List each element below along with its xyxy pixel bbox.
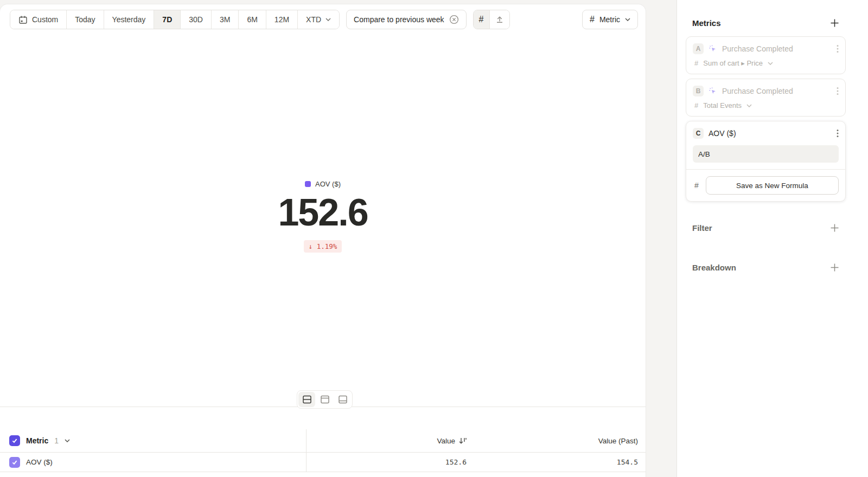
calendar-icon bbox=[18, 15, 28, 24]
legend-swatch bbox=[305, 181, 311, 187]
results-table: Metric 1 Value Value (Past) bbox=[0, 429, 646, 472]
date-range-label: 12M bbox=[275, 15, 289, 24]
metric-aggregation-row[interactable]: # Sum of cart ▸ Price bbox=[693, 59, 839, 67]
arrow-up-from-line-icon bbox=[495, 15, 504, 24]
cumulative-toggle[interactable] bbox=[489, 10, 509, 29]
view-switcher bbox=[297, 390, 353, 409]
breakdown-section-header: Breakdown bbox=[686, 263, 846, 272]
metric-aggregation-row[interactable]: # Total Events bbox=[693, 101, 839, 109]
select-all-checkbox[interactable] bbox=[9, 435, 20, 446]
metric-badge: A bbox=[693, 43, 704, 54]
metric-value: 152.6 bbox=[0, 194, 646, 231]
metric-event-name: AOV ($) bbox=[709, 129, 736, 138]
kebab-menu-icon[interactable] bbox=[837, 44, 839, 53]
table-only-view-icon bbox=[337, 395, 348, 404]
table-row: AOV ($) 152.6 154.5 bbox=[0, 453, 646, 472]
date-range-label: 6M bbox=[247, 15, 257, 24]
date-range-30d[interactable]: 30D bbox=[180, 10, 211, 29]
event-sparkle-icon bbox=[709, 44, 717, 53]
row-metric-name: AOV ($) bbox=[26, 458, 53, 466]
metric-count: 1 bbox=[54, 436, 59, 445]
chart-only-view-button[interactable] bbox=[316, 392, 333, 407]
date-range-6m[interactable]: 6M bbox=[238, 10, 265, 29]
date-range-custom[interactable]: Custom bbox=[10, 10, 66, 29]
chevron-down-icon bbox=[768, 62, 773, 65]
hash-icon: # bbox=[479, 15, 484, 24]
big-number-chart: AOV ($) 152.6 ↓ 1.19% bbox=[0, 180, 646, 253]
metric-header-cell: Metric 1 bbox=[0, 429, 307, 452]
metrics-section-header: Metrics bbox=[686, 18, 846, 28]
chevron-down-icon bbox=[746, 104, 752, 107]
delta-badge: ↓ 1.19% bbox=[304, 240, 342, 253]
query-builder-sidebar: Metrics A Purchase Completed # Sum of ca… bbox=[676, 0, 868, 477]
date-range-label: Custom bbox=[32, 15, 58, 24]
date-range-xtd[interactable]: XTD bbox=[297, 10, 339, 29]
aggregation-label: Total Events bbox=[703, 101, 742, 109]
chevron-down-icon bbox=[326, 18, 331, 21]
chart-legend: AOV ($) bbox=[0, 180, 646, 188]
save-as-new-formula-button[interactable]: Save as New Formula bbox=[706, 176, 839, 195]
chevron-down-icon bbox=[625, 18, 630, 21]
metric-event-name: Purchase Completed bbox=[722, 44, 793, 53]
chart-only-view-icon bbox=[320, 395, 330, 404]
add-breakdown-button[interactable] bbox=[830, 263, 839, 272]
date-range-yesterday[interactable]: Yesterday bbox=[104, 10, 154, 29]
row-checkbox[interactable] bbox=[9, 457, 20, 468]
metric-event-name: Purchase Completed bbox=[722, 87, 793, 95]
date-range-label: 3M bbox=[220, 15, 230, 24]
value-cell: 152.6 bbox=[307, 453, 467, 472]
filter-title: Filter bbox=[692, 223, 712, 233]
split-view-icon bbox=[302, 395, 312, 404]
date-range-label: Yesterday bbox=[112, 15, 146, 24]
value-header-cell[interactable]: Value bbox=[307, 429, 467, 452]
card-divider bbox=[686, 169, 845, 170]
compare-pill[interactable]: Compare to previous week bbox=[346, 10, 467, 29]
metric-badge: B bbox=[693, 86, 704, 96]
table-only-view-button[interactable] bbox=[334, 392, 351, 407]
value-header-label: Value bbox=[437, 437, 455, 445]
value-past-header-cell[interactable]: Value (Past) bbox=[467, 429, 646, 452]
number-type-icon: # bbox=[694, 101, 698, 109]
sort-descending-icon[interactable] bbox=[458, 437, 467, 444]
formula-input[interactable] bbox=[693, 145, 839, 163]
metric-card-a[interactable]: A Purchase Completed # Sum of cart ▸ Pri… bbox=[686, 36, 846, 74]
x-circle-icon[interactable] bbox=[449, 15, 459, 24]
breakdown-title: Breakdown bbox=[692, 263, 736, 272]
date-range-label: 30D bbox=[189, 15, 203, 24]
add-filter-button[interactable] bbox=[830, 223, 839, 233]
date-range-today[interactable]: Today bbox=[66, 10, 103, 29]
value-past-header-label: Value (Past) bbox=[598, 437, 638, 445]
legend-label: AOV ($) bbox=[315, 180, 341, 188]
absolute-numbers-toggle[interactable]: # bbox=[474, 10, 489, 29]
value-mode-toggle: # bbox=[473, 10, 510, 29]
hash-icon: # bbox=[590, 15, 595, 24]
metric-type-button[interactable]: # Metric bbox=[582, 10, 638, 29]
chevron-down-icon[interactable] bbox=[65, 439, 70, 442]
row-value: 152.6 bbox=[445, 458, 467, 466]
filter-section-header: Filter bbox=[686, 223, 846, 233]
row-value-past: 154.5 bbox=[617, 458, 638, 466]
date-range-label: 7D bbox=[162, 15, 172, 24]
date-range-12m[interactable]: 12M bbox=[266, 10, 297, 29]
number-type-icon: # bbox=[694, 59, 698, 67]
date-range-7d[interactable]: 7D bbox=[154, 10, 180, 29]
date-range-picker: Custom Today Yesterday 7D 30D 3M 6M 12M … bbox=[10, 10, 340, 29]
date-range-label: Today bbox=[75, 15, 95, 24]
table-header-row: Metric 1 Value Value (Past) bbox=[0, 429, 646, 453]
event-sparkle-icon bbox=[709, 87, 717, 95]
add-metric-button[interactable] bbox=[830, 18, 839, 28]
report-canvas: Custom Today Yesterday 7D 30D 3M 6M 12M … bbox=[0, 4, 646, 477]
metric-card-b[interactable]: B Purchase Completed # Total Events bbox=[686, 79, 846, 117]
metric-card-c[interactable]: C AOV ($) # Save as New Formula bbox=[686, 121, 846, 202]
kebab-menu-icon[interactable] bbox=[837, 129, 839, 138]
toolbar: Custom Today Yesterday 7D 30D 3M 6M 12M … bbox=[10, 10, 638, 29]
metric-type-label: Metric bbox=[599, 15, 620, 24]
metric-header-label: Metric bbox=[26, 436, 48, 445]
metric-badge: C bbox=[693, 128, 704, 139]
date-range-3m[interactable]: 3M bbox=[211, 10, 238, 29]
aggregation-label: Sum of cart ▸ Price bbox=[703, 59, 763, 67]
kebab-menu-icon[interactable] bbox=[837, 87, 839, 95]
metrics-title: Metrics bbox=[692, 18, 721, 28]
metric-cell: AOV ($) bbox=[0, 453, 307, 472]
split-view-button[interactable] bbox=[298, 392, 315, 407]
